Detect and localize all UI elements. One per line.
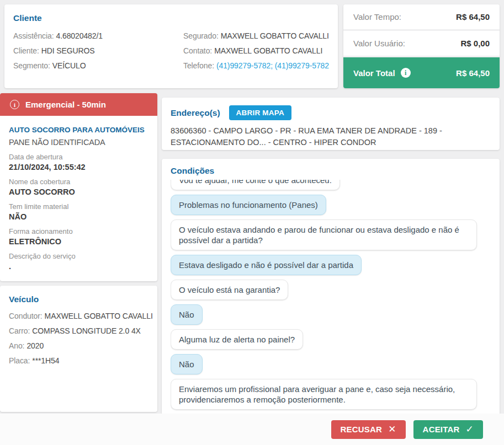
vehicle-panel-title: Veículo xyxy=(9,294,148,304)
coverage-name-detail: Nome da cobertura AUTO SOCORRO xyxy=(9,178,148,196)
reject-button[interactable]: RECUSAR ✕ xyxy=(331,420,406,439)
address-text: 83606360 - CAMPO LARGO - PR - RUA EMA TA… xyxy=(171,125,491,148)
material-limit-detail: Tem limite material NÃO xyxy=(9,202,148,221)
close-icon: ✕ xyxy=(388,423,396,435)
client-panel-title: Cliente xyxy=(13,13,329,23)
activation-form-detail: Forma acionamento ELETRÔNICO xyxy=(9,227,148,246)
action-footer: RECUSAR ✕ ACEITAR ✓ xyxy=(0,414,504,445)
address-panel-title: Endereço(s) xyxy=(171,108,220,118)
client-panel: Cliente Assistência:4.68020482/1 Cliente… xyxy=(4,4,338,88)
assistance-field: Assistência:4.68020482/1 xyxy=(13,29,183,44)
open-map-button[interactable]: ABRIR MAPA xyxy=(229,105,291,120)
segment-field: Segmento:VEÍCULO xyxy=(13,58,183,73)
conditions-panel: Condições Automóvel Vou te ajudar, me co… xyxy=(162,159,500,417)
chat-bubble-question: O veículo estava andando e parou de func… xyxy=(171,219,477,250)
phone-field: Telefone:(41)99279-5782; (41)99279-5782 xyxy=(183,58,329,73)
opening-date-detail: Data de abertura 21/10/2024, 10:55:42 xyxy=(9,153,148,171)
chat-bubble-question: Enviaremos um profissional para averigua… xyxy=(171,379,477,410)
driver-field: Condutor:MAXWELL GOBATTO CAVALLI xyxy=(9,309,153,324)
vehicle-panel: Veículo Condutor:MAXWELL GOBATTO CAVALLI… xyxy=(0,286,157,412)
conditions-panel-title: Condições xyxy=(171,166,498,176)
valor-total-value: R$ 64,50 xyxy=(456,68,490,78)
chat-bubble-question: O veículo está na garantia? xyxy=(171,280,288,300)
emergency-label: Emergencial - 50min xyxy=(25,100,106,109)
service-description-detail: Descrição do serviço . xyxy=(9,252,148,271)
car-field: Carro:COMPASS LONGITUDE 2.0 4X xyxy=(9,324,153,339)
accept-button[interactable]: ACEITAR ✓ xyxy=(413,420,483,439)
valor-total-row: Valor Total i R$ 64,50 xyxy=(343,57,500,88)
conditions-chat-scroll-area[interactable]: Automóvel Vou te ajudar, me conte o que … xyxy=(171,180,498,414)
valor-tempo-value: R$ 64,50 xyxy=(456,12,490,22)
service-subtitle: PANE NÃO IDENTIFICADA xyxy=(9,138,148,147)
chat-bubble-answer: Não xyxy=(171,354,203,374)
service-title: AUTO SOCORRO PARA AUTOMÓVEIS xyxy=(9,126,148,134)
pricing-panel: Valor Tempo: R$ 64,50 Valor Usuário: R$ … xyxy=(343,4,500,88)
chat-bubble-answer: Estava desligado e não é possível dar a … xyxy=(171,255,362,275)
client-fields: Assistência:4.68020482/1 Cliente:HDI SEG… xyxy=(13,29,329,73)
client-name-field: Cliente:HDI SEGUROS xyxy=(13,44,183,58)
phone-link[interactable]: (41)99279-5782; (41)99279-5782 xyxy=(216,61,329,70)
emergency-banner: i Emergencial - 50min xyxy=(0,93,157,116)
info-icon[interactable]: i xyxy=(401,68,411,78)
chat-bubble-question: Alguma luz de alerta no painel? xyxy=(171,329,303,350)
check-icon: ✓ xyxy=(466,423,474,435)
chat-bubble-answer: Não xyxy=(171,304,203,325)
service-panel: i Emergencial - 50min AUTO SOCORRO PARA … xyxy=(0,93,157,281)
valor-tempo-row: Valor Tempo: R$ 64,50 xyxy=(343,4,500,29)
valor-usuario-row: Valor Usuário: R$ 0,00 xyxy=(343,31,500,56)
chat-bubble-question: Vou te ajudar, me conte o que aconteceu: xyxy=(171,180,340,190)
insured-field: Segurado:MAXWELL GOBATTO CAVALLI xyxy=(183,29,329,44)
chat-bubble-answer: Problemas no funcionamento (Panes) xyxy=(171,195,326,215)
plate-field: Placa:***1H54 xyxy=(9,353,153,368)
valor-usuario-value: R$ 0,00 xyxy=(460,39,490,48)
address-panel: Endereço(s) ABRIR MAPA 83606360 - CAMPO … xyxy=(162,98,500,150)
contact-field: Contato:MAXWELL GOBATTO CAVALLI xyxy=(183,44,329,58)
year-field: Ano:2020 xyxy=(9,339,153,353)
info-circle-icon: i xyxy=(10,100,19,109)
